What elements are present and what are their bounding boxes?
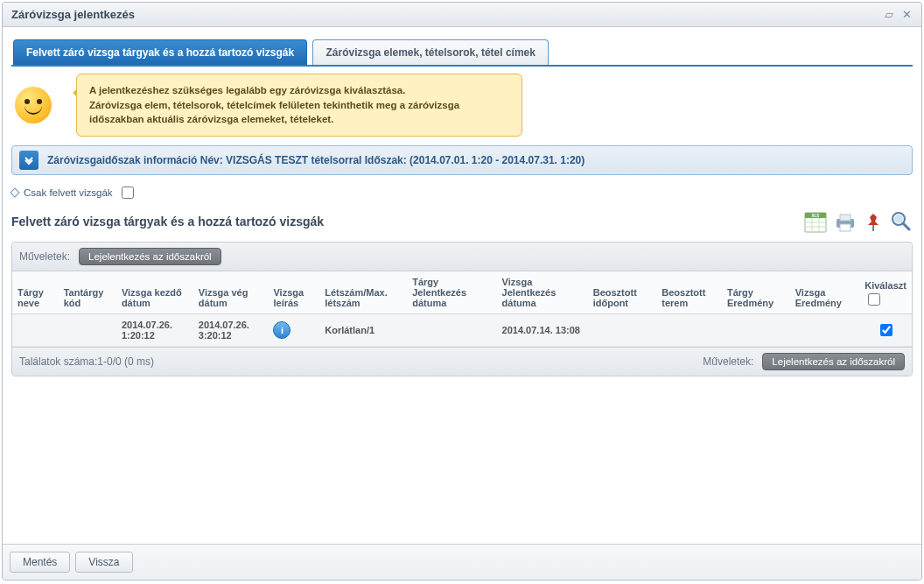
svg-line-14 [903,223,909,229]
btn-label: Lejelentkezés az időszakról [772,356,895,367]
diamond-icon [10,187,19,197]
cell-exam-signup-date: 2014.07.14. 13:08 [497,314,588,347]
ops-label: Műveletek: [19,250,70,263]
grid-panel: Műveletek: Lejelentkezés az időszakról T… [11,242,913,376]
smiley-icon [15,87,52,123]
table-row[interactable]: 2014.07.26. 1:20:12 2014.07.26. 3:20:12 … [12,314,912,347]
info-icon[interactable]: i [273,321,290,339]
cell-start-date: 2014.07.26. 1:20:12 [116,314,193,347]
cell-description: i [268,314,319,347]
svg-rect-9 [840,224,850,231]
section-title: Felvett záró vizsga tárgyak és a hozzá t… [11,215,324,229]
save-button[interactable]: Mentés [10,552,70,573]
tab-exam-elements[interactable]: Záróvizsga elemek, tételsorok, tétel cím… [312,39,548,65]
grid-header-row: Tárgy neve Tantárgy kód Vizsga kezdő dát… [12,271,912,314]
col-exam-result[interactable]: Vizsga Eredmény [790,271,860,314]
col-select-label: Kiválaszt [864,280,906,291]
svg-text:XLS: XLS [812,214,820,218]
cell-assigned-time [588,314,657,347]
cell-subject-result [722,314,790,347]
cell-capacity: Korlátlan/1 [319,314,407,347]
info-line1: A jelentkezéshez szükséges legalább egy … [89,85,405,95]
export-xls-icon[interactable]: XLS [804,212,827,233]
dialog-window: Záróvizsga jelentkezés ▱ ✕ Felvett záró … [2,2,922,580]
close-icon[interactable]: ✕ [900,9,913,21]
ops-bar-top: Műveletek: Lejelentkezés az időszakról [12,243,912,271]
section-title-row: Felvett záró vizsga tárgyak és a hozzá t… [11,210,913,233]
col-subject-code[interactable]: Tantárgy kód [59,271,116,314]
period-text: Záróvizsgaidőszak információ Név: VIZSGÁ… [47,154,584,166]
back-label: Vissza [88,556,119,568]
cell-select [859,314,912,347]
exam-grid: Tárgy neve Tantárgy kód Vizsga kezdő dát… [12,271,912,347]
content: Felvett záró vizsga tárgyak és a hozzá t… [3,27,921,385]
pin-icon[interactable] [864,212,883,233]
ops-bar-bottom: Találatok száma:1-0/0 (0 ms) Műveletek: … [12,347,912,376]
info-message: A jelentkezéshez szükséges legalább egy … [76,74,522,137]
cell-end-date: 2014.07.26. 3:20:12 [193,314,269,347]
ops-label-bottom: Műveletek: [703,355,753,368]
tab-label: Felvett záró vizsga tárgyak és a hozzá t… [26,46,294,59]
print-icon[interactable] [834,212,857,233]
cell-exam-result [790,314,860,347]
maximize-icon[interactable]: ▱ [883,9,895,21]
svg-rect-8 [840,215,850,221]
col-exam-signup-date[interactable]: Vizsga Jelentkezés dátuma [497,271,588,314]
only-registered-label: Csak felvett vizsgák [24,187,113,198]
search-icon[interactable] [890,210,913,233]
select-all-checkbox[interactable] [868,293,880,306]
only-registered-row: Csak felvett vizsgák [11,184,913,201]
col-assigned-room[interactable]: Beosztott terem [656,271,722,314]
save-label: Mentés [23,556,57,568]
tabs: Felvett záró vizsga tárgyak és a hozzá t… [11,34,913,67]
tab-label: Záróvizsga elemek, tételsorok, tétel cím… [326,46,535,59]
info-row: A jelentkezéshez szükséges legalább egy … [11,67,913,145]
unsubscribe-button-bottom[interactable]: Lejelentkezés az időszakról [762,353,905,370]
window-title: Záróvizsga jelentkezés [11,8,135,21]
titlebar: Záróvizsga jelentkezés ▱ ✕ [3,3,921,27]
cell-assigned-room [656,314,722,347]
back-button[interactable]: Vissza [75,552,132,573]
col-assigned-time[interactable]: Beosztott időpont [588,271,657,314]
col-subject-signup-date[interactable]: Tárgy Jelentkezés dátuma [407,271,496,314]
col-start-date[interactable]: Vizsga kezdő dátum [116,271,193,314]
col-description[interactable]: Vizsga leírás [268,271,319,314]
info-line2: Záróvizsga elem, tételsorok, tételcímek … [89,100,459,125]
toolbar-icons: XLS [804,210,913,233]
col-select[interactable]: Kiválaszt [859,271,912,314]
unsubscribe-button-top[interactable]: Lejelentkezés az időszakról [79,248,221,265]
col-subject-name[interactable]: Tárgy neve [12,271,59,314]
cell-subject-signup-date [407,314,496,347]
results-text: Találatok száma:1-0/0 (0 ms) [19,355,154,368]
title-icons: ▱ ✕ [883,9,913,21]
period-bar: Záróvizsgaidőszak információ Név: VIZSGÁ… [11,145,913,175]
col-capacity[interactable]: Létszám/Max. létszám [319,271,407,314]
svg-point-10 [850,221,852,222]
only-registered-checkbox[interactable] [122,186,134,199]
cell-subject-name [12,314,59,347]
footer: Mentés Vissza [3,544,921,580]
col-subject-result[interactable]: Tárgy Eredmény [722,271,790,314]
svg-point-13 [894,215,903,223]
row-select-checkbox[interactable] [880,324,892,336]
tab-exam-subjects[interactable]: Felvett záró vizsga tárgyak és a hozzá t… [13,39,307,65]
btn-label: Lejelentkezés az időszakról [88,251,212,262]
cell-subject-code [59,314,116,347]
col-end-date[interactable]: Vizsga vég dátum [193,271,269,314]
expand-period-button[interactable] [19,151,38,170]
